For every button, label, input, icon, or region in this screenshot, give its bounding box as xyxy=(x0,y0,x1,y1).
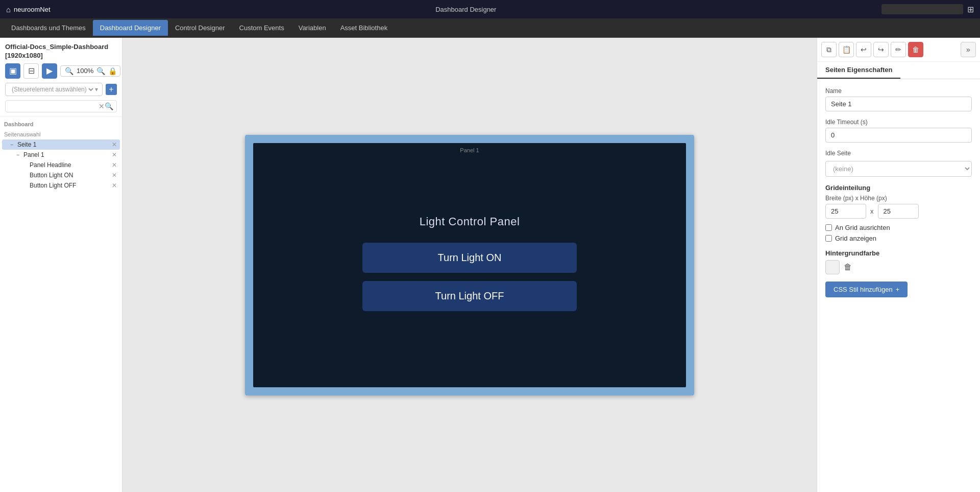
rp-paste-btn[interactable]: 📋 xyxy=(839,42,854,57)
play-btn[interactable]: ▶ xyxy=(42,63,57,79)
sidebar: Official-Docs_Simple-Dashboard [1920x108… xyxy=(0,38,122,492)
css-section: CSS Stil hinzufügen + xyxy=(825,282,972,297)
add-css-button[interactable]: CSS Stil hinzufügen + xyxy=(825,282,908,297)
canvas-viewport[interactable]: Panel 1 Light Control Panel Turn Light O… xyxy=(122,38,817,492)
turn-light-off-button[interactable]: Turn Light OFF xyxy=(362,281,577,311)
show-grid-label: Grid anzeigen xyxy=(835,235,876,242)
rp-copy-btn[interactable]: ⧉ xyxy=(821,42,837,57)
name-input[interactable] xyxy=(825,97,972,111)
search-input[interactable] xyxy=(9,103,99,110)
tree-item-seite1[interactable]: − Seite 1 ✕ xyxy=(2,139,120,150)
tree-label-seite1: Seite 1 xyxy=(17,141,111,148)
right-panel-toolbar: ⧉ 📋 ↩ ↪ ✏ 🗑 » xyxy=(817,38,980,62)
prop-idle-seite: Idle Seite (keine) xyxy=(825,150,972,177)
grid-sub-label: Breite (px) x Höhe (px) xyxy=(825,195,972,202)
tab-dashboard-designer[interactable]: Dashboard Designer xyxy=(93,20,168,36)
color-swatch[interactable] xyxy=(825,260,840,274)
tree-close-btn-light-on[interactable]: ✕ xyxy=(111,172,118,179)
right-panel-tabs: Seiten Eigenschaften xyxy=(817,62,980,79)
tree-item-panel1[interactable]: − Panel 1 ✕ xyxy=(2,150,120,160)
element-select[interactable]: (Steuerelement auswählen) xyxy=(10,85,95,93)
canvas-area: Panel 1 Light Control Panel Turn Light O… xyxy=(122,38,817,492)
bg-color-label: Hintergrundfarbe xyxy=(825,249,972,257)
idle-page-select[interactable]: (keine) xyxy=(825,161,972,177)
rp-expand-btn[interactable]: » xyxy=(961,42,976,57)
tree-close-seite1[interactable]: ✕ xyxy=(111,141,118,148)
turn-light-on-button[interactable]: Turn Light ON xyxy=(362,243,577,273)
grid-size-row: x xyxy=(825,204,972,219)
grid-section-title: Grideinteilung xyxy=(825,184,972,192)
prop-name: Name xyxy=(825,87,972,111)
tree-label-btn-light-on: Button Light ON xyxy=(30,172,111,179)
grid-height-input[interactable] xyxy=(878,204,919,219)
tab-dashboards[interactable]: Dashboards und Themes xyxy=(4,20,93,36)
tab-asset-bibliothek[interactable]: Asset Bibliothek xyxy=(333,20,395,36)
top-bar-right: ⊞ xyxy=(881,4,974,14)
prop-bg-color: Hintergrundfarbe 🗑 xyxy=(825,249,972,274)
tree-item-panel-headline[interactable]: Panel Headline ✕ xyxy=(2,160,120,170)
right-panel: ⧉ 📋 ↩ ↪ ✏ 🗑 » Seiten Eigenschaften Name … xyxy=(817,38,980,492)
nav-tabs: Dashboards und Themes Dashboard Designer… xyxy=(0,18,980,38)
zoom-out-icon[interactable]: 🔍 xyxy=(64,67,75,75)
grid-x-label: x xyxy=(870,207,874,215)
tab-custom-events[interactable]: Custom Events xyxy=(232,20,291,36)
color-row: 🗑 xyxy=(825,260,972,274)
tree-label-panel1: Panel 1 xyxy=(23,151,111,158)
search-button[interactable]: 🔍 xyxy=(105,102,113,110)
rp-tab-2[interactable] xyxy=(900,62,917,79)
rp-edit-btn[interactable]: ✏ xyxy=(891,42,906,57)
tree-close-btn-light-off[interactable]: ✕ xyxy=(111,182,118,189)
idle-timeout-input[interactable] xyxy=(825,128,972,143)
project-title: Official-Docs_Simple-Dashboard [1920x108… xyxy=(5,43,120,60)
clear-search-button[interactable]: ✕ xyxy=(99,102,105,110)
rp-tab-seiten-eigenschaften[interactable]: Seiten Eigenschaften xyxy=(817,62,900,79)
dashboard-label: Dashboard xyxy=(2,119,120,129)
panel-title: Light Control Panel xyxy=(420,215,520,228)
tree-item-btn-light-off[interactable]: Button Light OFF ✕ xyxy=(2,180,120,191)
sidebar-section-label: Seitenauswahl xyxy=(2,129,120,139)
canvas-inner: Panel 1 Light Control Panel Turn Light O… xyxy=(253,143,686,387)
css-plus-icon: + xyxy=(896,286,900,293)
idle-timeout-label: Idle Timeout (s) xyxy=(825,119,972,126)
lock-icon[interactable]: 🔒 xyxy=(108,67,117,75)
home-icon: ⌂ xyxy=(6,5,11,14)
prop-idle-timeout: Idle Timeout (s) xyxy=(825,119,972,143)
view-full-btn[interactable]: ▣ xyxy=(5,63,20,79)
css-btn-label: CSS Stil hinzufügen xyxy=(834,286,893,293)
tree-toggle-seite1[interactable]: − xyxy=(10,142,17,148)
show-grid-checkbox[interactable] xyxy=(825,235,832,242)
grid-icon: ⊞ xyxy=(967,5,974,14)
panel-label: Panel 1 xyxy=(460,147,479,153)
tree-item-btn-light-on[interactable]: Button Light ON ✕ xyxy=(2,170,120,180)
show-grid-row: Grid anzeigen xyxy=(825,235,972,242)
tree-toggle-panel1[interactable]: − xyxy=(16,152,23,158)
align-grid-label: An Grid ausrichten xyxy=(835,224,890,231)
tree-close-panel-headline[interactable]: ✕ xyxy=(111,161,118,169)
align-grid-row: An Grid ausrichten xyxy=(825,224,972,231)
rp-delete-btn[interactable]: 🗑 xyxy=(908,42,923,57)
sidebar-tree: Dashboard Seitenauswahl − Seite 1 ✕ − Pa… xyxy=(0,117,122,193)
page-title: Dashboard Designer xyxy=(435,6,496,13)
tree-label-btn-light-off: Button Light OFF xyxy=(30,182,111,189)
brand: ⌂ neuroomNet xyxy=(6,5,51,14)
tab-control-designer[interactable]: Control Designer xyxy=(168,20,232,36)
grid-width-input[interactable] xyxy=(825,204,866,219)
right-panel-content: Name Idle Timeout (s) Idle Seite (keine)… xyxy=(817,79,980,306)
tree-label-panel-headline: Panel Headline xyxy=(30,161,111,169)
zoom-in-icon[interactable]: 🔍 xyxy=(95,67,106,75)
prop-grid: Grideinteilung Breite (px) x Höhe (px) x… xyxy=(825,184,972,242)
rp-redo-btn[interactable]: ↪ xyxy=(873,42,889,57)
top-bar: ⌂ neuroomNet Dashboard Designer ⊞ xyxy=(0,0,980,18)
align-grid-checkbox[interactable] xyxy=(825,224,832,231)
top-bar-search-input[interactable] xyxy=(881,4,963,14)
rp-undo-btn[interactable]: ↩ xyxy=(856,42,871,57)
search-row: ✕ 🔍 xyxy=(5,100,117,112)
view-split-btn[interactable]: ⊟ xyxy=(23,63,39,79)
zoom-control: 🔍 100% 🔍 🔒 xyxy=(60,65,120,77)
chevron-down-icon: ▾ xyxy=(95,86,98,93)
color-trash-button[interactable]: 🗑 xyxy=(844,263,852,272)
sidebar-toolbar: Official-Docs_Simple-Dashboard [1920x108… xyxy=(0,38,122,117)
tree-close-panel1[interactable]: ✕ xyxy=(111,151,118,158)
tab-variablen[interactable]: Variablen xyxy=(291,20,333,36)
add-element-button[interactable]: + xyxy=(106,84,117,95)
